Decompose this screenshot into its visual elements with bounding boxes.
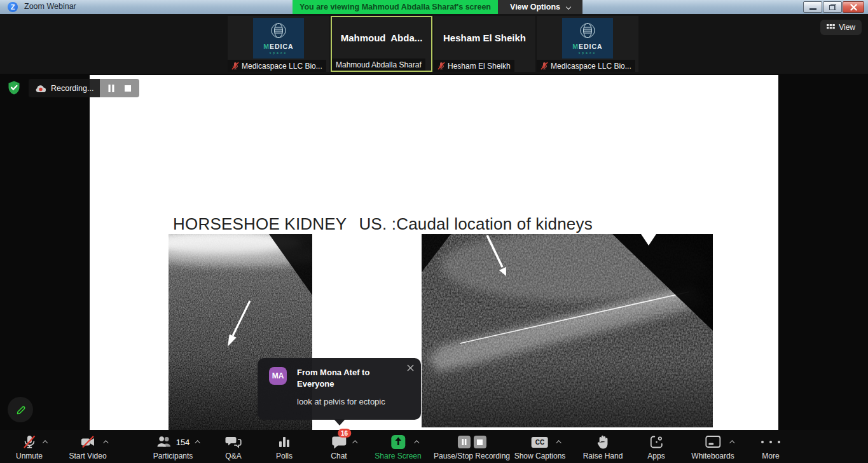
participants-count: 154 xyxy=(176,438,190,447)
mic-off-icon xyxy=(22,434,37,450)
restore-icon xyxy=(829,4,836,10)
participant-name-text: Mahmoud Abdalla Sharaf xyxy=(336,60,422,69)
cloud-recording-icon xyxy=(34,83,46,93)
chevron-up-icon[interactable] xyxy=(103,440,108,445)
pause-stop-recording-button[interactable]: Pause/Stop Recording xyxy=(434,434,510,460)
participant-tile-mahmoud[interactable]: Mahmoud Abda... Mahmoud Abdalla Sharaf xyxy=(331,16,432,72)
slide-title: HORSESHOE KIDNEY US. :Caudal location of… xyxy=(173,214,593,234)
presentation-slide: HORSESHOE KIDNEY US. :Caudal location of… xyxy=(90,75,778,430)
medica-logo-sub: space xyxy=(270,51,287,55)
shared-screen-area: HORSESHOE KIDNEY US. :Caudal location of… xyxy=(0,74,868,430)
share-screen-button[interactable]: Share Screen xyxy=(375,434,421,460)
qa-icon xyxy=(225,435,242,449)
slide-title-left: HORSESHOE KIDNEY xyxy=(173,214,347,234)
window-titlebar: Z Zoom Webinar You are viewing Mahmoud A… xyxy=(0,0,868,14)
medica-logo: MEDICA space xyxy=(253,18,304,59)
participant-name-label: Medicaspace LLC Bio... xyxy=(228,60,326,72)
mic-muted-icon xyxy=(437,62,445,70)
participants-strip: MEDICA space Medicaspace LLC Bio... Mahm… xyxy=(0,14,868,74)
polls-button[interactable]: Polls xyxy=(276,434,293,460)
medica-logo-sub: space xyxy=(579,51,596,55)
avatar: MA xyxy=(269,367,287,385)
mic-muted-icon xyxy=(541,62,548,70)
grid-view-icon xyxy=(827,24,835,31)
show-captions-button[interactable]: CC Show Captions xyxy=(514,434,566,460)
chat-badge: 16 xyxy=(338,429,351,438)
screen-share-banner: You are viewing Mahmoud Abdalla Sharaf's… xyxy=(293,0,498,14)
close-button[interactable] xyxy=(843,1,864,13)
start-video-button[interactable]: Start Video xyxy=(69,434,106,460)
minimize-button[interactable] xyxy=(803,1,822,13)
slide-title-right: US. :Caudal location of kidneys xyxy=(359,214,593,234)
chevron-up-icon[interactable] xyxy=(556,440,561,445)
participant-name-label: Mahmoud Abdalla Sharaf xyxy=(332,59,425,71)
medica-globe-icon xyxy=(268,22,289,42)
meeting-toolbar: Unmute Start Video 15 xyxy=(0,430,868,463)
window-title: Zoom Webinar xyxy=(24,2,76,11)
chevron-down-icon xyxy=(566,4,571,10)
annotate-button[interactable] xyxy=(8,397,33,422)
chat-label: Chat xyxy=(331,452,347,460)
shield-check-icon xyxy=(6,80,22,95)
participant-name-label: Medicaspace LLC Bio... xyxy=(537,60,635,72)
close-icon xyxy=(850,4,857,11)
recording-controls xyxy=(100,79,139,97)
recording-status-text: Recording... xyxy=(51,84,93,93)
medica-logo-rest: EDICA xyxy=(270,43,294,50)
security-shield-button[interactable] xyxy=(6,80,22,95)
raise-hand-icon xyxy=(596,434,609,450)
chevron-up-icon[interactable] xyxy=(729,440,734,445)
whiteboards-label: Whiteboards xyxy=(691,452,734,460)
participants-button[interactable]: 154 Participants xyxy=(153,434,193,460)
stop-recording-button[interactable] xyxy=(121,82,134,95)
chevron-up-icon[interactable] xyxy=(43,440,48,445)
pause-recording-button[interactable] xyxy=(105,82,118,95)
view-options-button[interactable]: View Options xyxy=(498,0,582,14)
restore-button[interactable] xyxy=(823,1,842,13)
more-button[interactable]: More xyxy=(760,434,782,460)
pause-icon xyxy=(108,85,114,92)
whiteboards-icon xyxy=(705,435,721,449)
participant-tile-medicaspace-1[interactable]: MEDICA space Medicaspace LLC Bio... xyxy=(228,16,329,72)
zoom-logo-letter: Z xyxy=(11,3,15,11)
raise-hand-label: Raise Hand xyxy=(583,452,623,460)
start-video-label: Start Video xyxy=(69,452,106,460)
chat-button[interactable]: 16 Chat xyxy=(331,434,347,460)
participant-name-text: Hesham El Sheikh xyxy=(448,62,511,71)
close-icon xyxy=(407,364,414,371)
annotate-pencil-icon xyxy=(14,403,27,416)
minimize-icon xyxy=(809,8,816,10)
zoom-webinar-window: Z Zoom Webinar You are viewing Mahmoud A… xyxy=(0,0,868,463)
qa-label: Q&A xyxy=(225,452,241,460)
chat-notification-popup[interactable]: MA From Mona Atef to Everyone look at pe… xyxy=(258,358,421,420)
polls-label: Polls xyxy=(276,452,293,460)
chat-popup-close-button[interactable] xyxy=(405,363,415,373)
zoom-logo-icon: Z xyxy=(8,2,18,12)
chevron-up-icon[interactable] xyxy=(195,440,200,445)
view-button[interactable]: View xyxy=(820,20,862,35)
raise-hand-button[interactable]: Raise Hand xyxy=(583,434,623,460)
qa-button[interactable]: Q&A xyxy=(225,434,242,460)
recording-widget: Recording... xyxy=(29,79,139,97)
camera-off-icon xyxy=(79,434,96,450)
mic-muted-icon xyxy=(231,62,239,70)
participant-tile-medicaspace-2[interactable]: MEDICA space Medicaspace LLC Bio... xyxy=(537,16,638,72)
participant-name-label: Hesham El Sheikh xyxy=(434,60,514,72)
medica-logo-m: M xyxy=(263,43,270,50)
chat-popup-message: look at pelvis for ectopic xyxy=(297,397,412,406)
chevron-up-icon[interactable] xyxy=(352,440,357,445)
captions-icon: CC xyxy=(532,437,548,448)
unmute-button[interactable]: Unmute xyxy=(16,434,43,460)
polls-icon xyxy=(277,435,291,449)
chevron-up-icon[interactable] xyxy=(414,440,419,445)
recording-status: Recording... xyxy=(29,79,100,97)
whiteboards-button[interactable]: Whiteboards xyxy=(691,434,734,460)
unmute-label: Unmute xyxy=(16,452,43,460)
more-icon xyxy=(760,434,782,450)
participant-tile-hesham[interactable]: Hesham El Sheikh Hesham El Sheikh xyxy=(434,16,535,72)
apps-label: Apps xyxy=(647,452,665,460)
medica-logo-rest: EDICA xyxy=(579,43,603,50)
apps-button[interactable]: Apps xyxy=(647,434,665,460)
show-captions-label: Show Captions xyxy=(514,452,566,460)
stop-icon xyxy=(473,436,486,448)
